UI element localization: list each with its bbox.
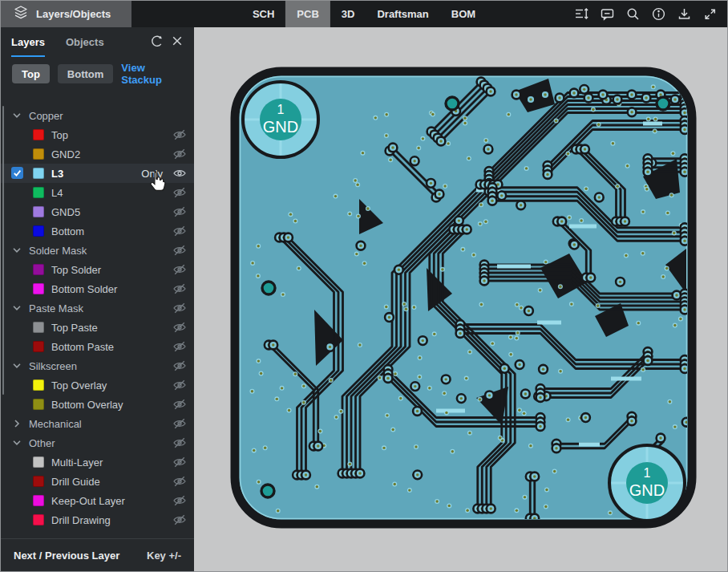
tab-objects[interactable]: Objects [66,27,104,57]
layer-row-top-solder[interactable]: Top Solder [1,260,194,279]
layer-color-swatch[interactable] [33,264,44,275]
layer-row-top-overlay[interactable]: Top Overlay [1,375,194,395]
tab-sch[interactable]: SCH [241,1,285,27]
layer-color-swatch[interactable] [33,168,44,179]
tab-draftsman[interactable]: Draftsman [366,1,439,27]
layer-color-swatch[interactable] [33,514,44,525]
eye-off-icon[interactable] [172,378,187,392]
measure-icon[interactable] [571,3,593,25]
layer-row-gnd2[interactable]: GND2 [1,144,194,164]
eye-off-icon[interactable] [172,128,187,142]
eye-off-icon[interactable] [172,243,187,258]
eye-off-icon[interactable] [172,455,187,469]
layer-row-keep-out-layer[interactable]: Keep-Out Layer [1,491,194,510]
mount-hole[interactable] [657,97,669,110]
section-other[interactable]: Other [1,433,194,452]
chevron-down-icon[interactable] [12,361,22,371]
layer-row-l3[interactable]: L3Only [1,164,194,183]
eye-off-icon[interactable] [172,205,187,219]
download-icon[interactable] [673,3,695,25]
pcb-view[interactable]: 1GND1GND [194,27,727,571]
eye-off-icon[interactable] [172,301,187,315]
layer-row-l4[interactable]: L4 [1,183,194,202]
layer-row-multi-layer[interactable]: Multi-Layer [1,452,194,472]
gnd-pad[interactable]: 1GND [243,82,318,157]
layer-row-top[interactable]: Top [1,125,194,144]
layer-color-swatch[interactable] [33,206,44,217]
view-stackup-link[interactable]: View Stackup [121,62,182,86]
eye-off-icon[interactable] [172,147,187,161]
mount-hole[interactable] [261,485,274,497]
pcb-canvas[interactable]: 1GND1GND [194,27,727,571]
eye-off-icon[interactable] [172,282,187,296]
layer-checkbox[interactable] [11,167,23,179]
layer-color-swatch[interactable] [33,322,44,333]
section-label: Mechanical [29,418,82,430]
layers-objects-button[interactable]: Layers/Objects [1,1,131,27]
only-button[interactable]: Only [141,168,163,180]
layer-color-swatch[interactable] [33,225,44,237]
layer-color-swatch[interactable] [33,283,44,294]
eye-off-icon[interactable] [172,339,187,354]
info-icon[interactable] [648,3,669,25]
layer-label: GND5 [51,206,80,218]
comment-icon[interactable] [597,3,618,25]
chevron-right-icon[interactable] [12,419,22,428]
expand-icon[interactable] [699,3,721,25]
scrollbar[interactable] [2,106,4,395]
tab-layers[interactable]: Layers [11,27,45,57]
reset-icon[interactable] [149,34,164,51]
layer-color-swatch[interactable] [33,379,44,391]
eye-off-icon[interactable] [172,493,187,508]
chevron-down-icon[interactable] [12,438,22,448]
eye-off-icon[interactable] [172,359,187,373]
tab-bom[interactable]: BOM [440,1,487,27]
layer-row-drill-drawing[interactable]: Drill Drawing [1,510,194,529]
eye-off-icon[interactable] [172,320,187,335]
search-icon[interactable] [622,3,644,25]
bottom-button[interactable]: Bottom [58,64,114,83]
section-copper[interactable]: Copper [1,106,194,125]
layer-color-swatch[interactable] [33,341,44,352]
layers-panel: Layers Objects Top Bottom View S [1,27,194,571]
eye-open-icon[interactable] [172,166,187,181]
eye-off-icon[interactable] [172,513,187,527]
section-silkscreen[interactable]: Silkscreen [1,356,194,375]
eye-off-icon[interactable] [172,185,187,200]
eye-off-icon[interactable] [172,397,187,412]
layer-label: Keep-Out Layer [51,495,125,507]
chevron-down-icon[interactable] [12,245,22,255]
layer-color-swatch[interactable] [33,495,44,506]
layer-color-swatch[interactable] [33,148,44,160]
layer-row-bottom-solder[interactable]: Bottom Solder [1,279,194,298]
layer-color-swatch[interactable] [33,476,44,487]
mount-hole[interactable] [262,282,275,294]
section-mechanical[interactable]: Mechanical [1,414,194,433]
layer-color-swatch[interactable] [33,187,44,198]
layer-row-bottom-paste[interactable]: Bottom Paste [1,337,194,356]
eye-off-icon[interactable] [172,262,187,277]
close-icon[interactable] [171,34,184,51]
chevron-down-icon[interactable] [12,303,22,313]
tab-3d[interactable]: 3D [330,1,366,27]
eye-off-icon[interactable] [172,416,187,431]
layer-row-drill-guide[interactable]: Drill Guide [1,472,194,491]
layer-color-swatch[interactable] [33,399,44,410]
section-label: Paste Mask [29,302,83,314]
layer-row-bottom-overlay[interactable]: Bottom Overlay [1,395,194,414]
eye-off-icon[interactable] [172,436,187,450]
layer-color-swatch[interactable] [33,129,44,140]
layer-row-top-paste[interactable]: Top Paste [1,318,194,337]
mount-hole[interactable] [446,97,459,110]
top-button[interactable]: Top [12,64,50,83]
section-paste-mask[interactable]: Paste Mask [1,298,194,318]
layer-color-swatch[interactable] [33,456,44,468]
tab-pcb[interactable]: PCB [285,1,330,27]
layer-row-bottom[interactable]: Bottom [1,221,194,241]
section-solder-mask[interactable]: Solder Mask [1,241,194,260]
layer-row-gnd5[interactable]: GND5 [1,202,194,221]
eye-off-icon[interactable] [172,224,187,238]
chevron-down-icon[interactable] [12,111,22,120]
eye-off-icon[interactable] [172,474,187,489]
gnd-pad[interactable]: 1GND [609,445,685,521]
